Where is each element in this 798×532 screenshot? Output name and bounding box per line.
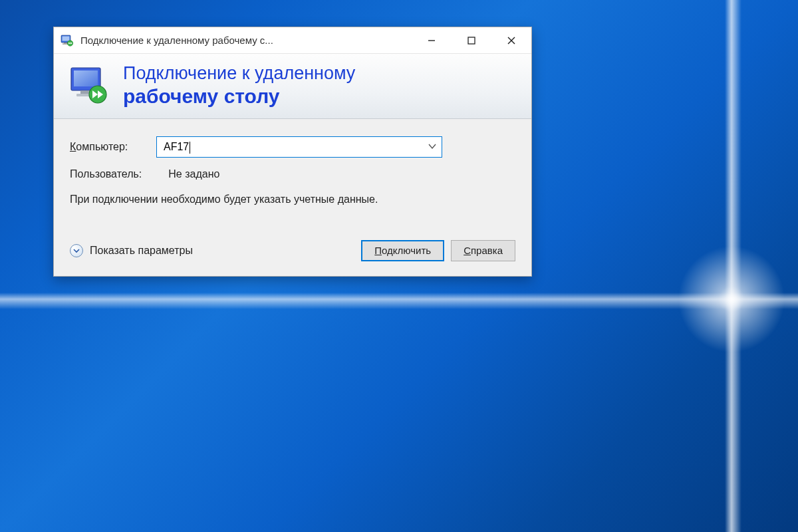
- svg-rect-1: [63, 36, 70, 41]
- desktop-background: Подключение к удаленному рабочему с...: [0, 0, 798, 532]
- titlebar[interactable]: Подключение к удаленному рабочему с...: [54, 27, 531, 54]
- dialog-footer: Показать параметры Подключить Справка: [54, 240, 531, 276]
- text-cursor: [190, 142, 190, 154]
- maximize-button[interactable]: [452, 27, 491, 53]
- svg-rect-6: [468, 37, 475, 44]
- rdp-dialog: Подключение к удаленному рабочему с...: [53, 27, 532, 277]
- credentials-info-text: При подключении необходимо будет указать…: [70, 192, 416, 207]
- chevron-down-icon[interactable]: [428, 141, 436, 153]
- rdp-app-icon: [61, 34, 74, 47]
- computer-label: Компьютер:: [70, 141, 156, 153]
- minimize-button[interactable]: [412, 27, 452, 53]
- user-value: Не задано: [168, 168, 219, 180]
- dialog-body: Компьютер: AF17 Пользователь: Не задано …: [54, 119, 531, 240]
- expand-down-icon: [70, 244, 83, 257]
- help-button[interactable]: Справка: [451, 240, 515, 261]
- computer-value: AF17: [164, 141, 189, 152]
- svg-rect-10: [74, 70, 98, 86]
- window-title: Подключение к удаленному рабочему с...: [80, 35, 412, 46]
- connect-button[interactable]: Подключить: [361, 240, 444, 261]
- dialog-heading: Подключение к удаленному рабочему столу: [123, 63, 355, 108]
- show-options-toggle[interactable]: Показать параметры: [70, 244, 354, 257]
- heading-line1: Подключение к удаленному: [123, 63, 355, 84]
- rdp-header-icon: [68, 65, 110, 106]
- computer-combobox[interactable]: AF17: [156, 136, 442, 158]
- user-label: Пользователь:: [70, 168, 142, 180]
- close-button[interactable]: [491, 27, 531, 53]
- heading-line2: рабочему столу: [123, 84, 355, 108]
- dialog-header: Подключение к удаленному рабочему столу: [54, 54, 531, 119]
